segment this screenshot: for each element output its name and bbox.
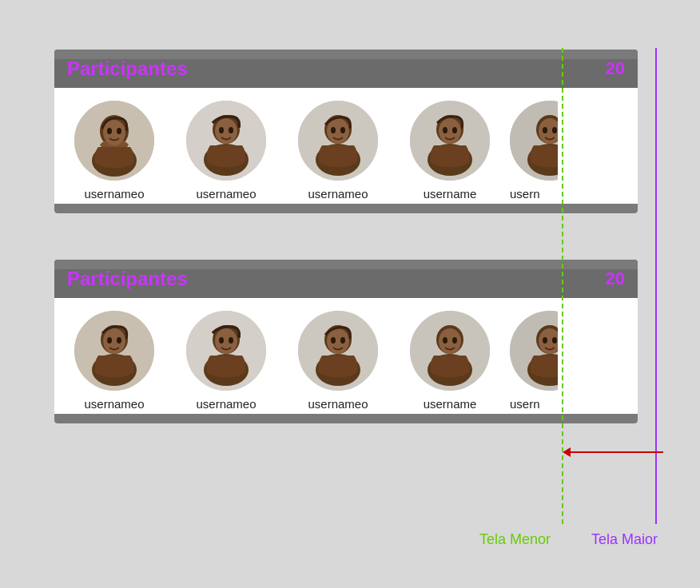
username-label: username (424, 397, 477, 411)
card-top-body: usernameo usernameo (54, 88, 638, 213)
avatar (74, 311, 154, 391)
svg-point-16 (331, 127, 336, 133)
card-bottom: Participantes 20 usernameo (54, 260, 638, 423)
top-gray-bar (54, 50, 638, 59)
avatar (298, 101, 378, 181)
arrow-line (571, 451, 663, 453)
list-item: usernameo (286, 101, 390, 201)
list-item: usernameo (62, 311, 166, 411)
svg-point-3 (103, 120, 125, 145)
tela-menor-label: Tela Menor (479, 531, 551, 548)
svg-point-34 (107, 337, 112, 344)
tela-maior-label: Tela Maior (591, 531, 658, 548)
list-item: username (398, 101, 502, 201)
card-top-count: 20 (606, 58, 625, 79)
avatar (510, 101, 558, 181)
list-item: username (398, 311, 502, 411)
username-label: usernameo (84, 187, 144, 201)
svg-point-46 (331, 337, 336, 344)
card-bottom-title: Participantes (67, 268, 188, 290)
avatar (74, 101, 154, 181)
svg-point-40 (219, 337, 224, 344)
svg-point-35 (117, 337, 121, 344)
list-item: usern (510, 311, 558, 411)
card-top-title: Participantes (67, 58, 188, 80)
list-item: usernameo (286, 311, 390, 411)
avatar (186, 101, 266, 181)
arrow-head (563, 447, 571, 457)
username-label: usernameo (308, 187, 368, 201)
username-label: usernameo (196, 187, 256, 201)
top-gray-bar (54, 260, 638, 269)
svg-point-29 (552, 127, 557, 133)
username-label: usernameo (84, 397, 144, 411)
username-label: username (424, 187, 477, 201)
list-item: usern (510, 101, 558, 201)
username-label: usernameo (308, 397, 368, 411)
avatar (510, 311, 558, 391)
bottom-gray-bar (54, 414, 638, 423)
list-item: usernameo (62, 101, 166, 201)
card-bottom-count: 20 (606, 268, 625, 289)
svg-point-22 (443, 127, 447, 133)
svg-point-47 (340, 337, 345, 344)
username-label: usern (510, 397, 540, 411)
svg-point-28 (543, 127, 547, 133)
svg-point-52 (443, 337, 447, 344)
svg-point-4 (107, 128, 112, 134)
svg-point-5 (117, 128, 121, 134)
username-label: usern (510, 187, 540, 201)
username-label: usernameo (196, 397, 256, 411)
svg-point-59 (552, 337, 557, 344)
svg-point-58 (543, 337, 547, 344)
card-top: Participantes 20 usernameo (54, 50, 638, 213)
bottom-gray-bar (54, 204, 638, 213)
svg-point-23 (452, 127, 457, 133)
list-item: usernameo (174, 101, 278, 201)
comparison-arrow (563, 447, 663, 457)
avatar (186, 311, 266, 391)
svg-point-41 (229, 337, 233, 344)
svg-point-11 (229, 127, 233, 133)
avatar (410, 311, 490, 391)
svg-point-10 (219, 127, 224, 133)
avatar (410, 101, 490, 181)
svg-point-53 (452, 337, 457, 344)
list-item: usernameo (174, 311, 278, 411)
card-bottom-body: usernameo usernameo (54, 298, 638, 423)
avatar (298, 311, 378, 391)
svg-point-17 (340, 127, 345, 133)
